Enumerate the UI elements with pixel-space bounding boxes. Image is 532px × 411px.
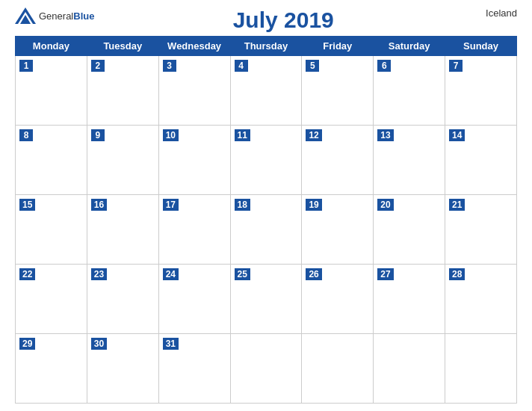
calendar-cell: 8 bbox=[16, 126, 87, 195]
calendar-cell: 29 bbox=[16, 334, 87, 404]
calendar-cell: 10 bbox=[158, 126, 230, 195]
calendar-cell: 25 bbox=[230, 265, 302, 334]
day-number: 31 bbox=[163, 338, 179, 350]
week-row-5: 293031 bbox=[16, 334, 517, 404]
day-number: 16 bbox=[91, 199, 107, 211]
calendar-cell: 19 bbox=[302, 195, 374, 265]
weekday-sunday: Sunday bbox=[445, 37, 517, 56]
day-number: 28 bbox=[449, 268, 465, 280]
calendar-title: July 2019 bbox=[94, 7, 472, 33]
calendar-cell: 31 bbox=[158, 334, 230, 404]
country-label: Iceland bbox=[472, 7, 517, 19]
weekday-tuesday: Tuesday bbox=[87, 37, 158, 56]
day-number: 13 bbox=[377, 129, 393, 141]
day-number: 14 bbox=[449, 129, 465, 141]
day-number: 23 bbox=[91, 268, 107, 280]
day-number: 21 bbox=[449, 199, 465, 211]
day-number: 24 bbox=[163, 268, 179, 280]
calendar-cell: 16 bbox=[87, 195, 158, 265]
weekday-monday: Monday bbox=[16, 37, 87, 56]
calendar-cell: 17 bbox=[158, 195, 230, 265]
calendar-cell: 13 bbox=[374, 126, 445, 195]
day-number: 4 bbox=[235, 60, 248, 72]
calendar-cell: 30 bbox=[87, 334, 158, 404]
calendar-cell: 22 bbox=[16, 265, 87, 334]
calendar-cell: 23 bbox=[87, 265, 158, 334]
calendar-cell: 3 bbox=[158, 56, 230, 126]
day-number: 11 bbox=[235, 129, 250, 141]
week-row-4: 22232425262728 bbox=[16, 265, 517, 334]
calendar-cell: 4 bbox=[230, 56, 302, 126]
calendar-cell: 15 bbox=[16, 195, 87, 265]
day-number: 1 bbox=[19, 60, 33, 72]
calendar-cell: 24 bbox=[158, 265, 230, 334]
calendar-cell: 28 bbox=[445, 265, 517, 334]
calendar-cell bbox=[445, 334, 517, 404]
calendar-cell: 2 bbox=[87, 56, 158, 126]
day-number: 26 bbox=[306, 268, 321, 280]
logo-icon bbox=[15, 7, 36, 24]
calendar-table: MondayTuesdayWednesdayThursdayFridaySatu… bbox=[15, 36, 517, 404]
week-row-2: 891011121314 bbox=[16, 126, 517, 195]
calendar-cell: 26 bbox=[302, 265, 374, 334]
weekday-header-row: MondayTuesdayWednesdayThursdayFridaySatu… bbox=[16, 37, 517, 56]
day-number: 5 bbox=[306, 60, 319, 72]
day-number: 3 bbox=[163, 60, 176, 72]
day-number: 10 bbox=[163, 129, 179, 141]
day-number: 19 bbox=[306, 199, 321, 211]
day-number: 27 bbox=[377, 268, 393, 280]
calendar-cell: 14 bbox=[445, 126, 517, 195]
day-number: 7 bbox=[449, 60, 463, 72]
day-number: 2 bbox=[91, 60, 105, 72]
logo-text: GeneralBlue bbox=[39, 9, 94, 22]
calendar-cell bbox=[302, 334, 374, 404]
weekday-saturday: Saturday bbox=[374, 37, 445, 56]
day-number: 30 bbox=[91, 338, 107, 350]
day-number: 15 bbox=[19, 199, 35, 211]
calendar-cell: 9 bbox=[87, 126, 158, 195]
calendar-header: GeneralBlue July 2019 Iceland bbox=[15, 7, 517, 33]
calendar-cell: 6 bbox=[374, 56, 445, 126]
calendar-cell: 7 bbox=[445, 56, 517, 126]
calendar-cell bbox=[230, 334, 302, 404]
calendar-cell: 27 bbox=[374, 265, 445, 334]
day-number: 22 bbox=[19, 268, 35, 280]
calendar-cell bbox=[374, 334, 445, 404]
day-number: 6 bbox=[377, 60, 391, 72]
day-number: 18 bbox=[235, 199, 250, 211]
calendar-cell: 20 bbox=[374, 195, 445, 265]
calendar-cell: 11 bbox=[230, 126, 302, 195]
weekday-thursday: Thursday bbox=[230, 37, 302, 56]
calendar-cell: 18 bbox=[230, 195, 302, 265]
day-number: 12 bbox=[306, 129, 321, 141]
calendar-cell: 5 bbox=[302, 56, 374, 126]
day-number: 29 bbox=[19, 338, 35, 350]
calendar-cell: 1 bbox=[16, 56, 87, 126]
day-number: 20 bbox=[377, 199, 393, 211]
day-number: 25 bbox=[235, 268, 250, 280]
day-number: 17 bbox=[163, 199, 179, 211]
week-row-1: 1234567 bbox=[16, 56, 517, 126]
day-number: 9 bbox=[91, 129, 105, 141]
week-row-3: 15161718192021 bbox=[16, 195, 517, 265]
weekday-friday: Friday bbox=[302, 37, 374, 56]
day-number: 8 bbox=[19, 129, 33, 141]
weekday-wednesday: Wednesday bbox=[158, 37, 230, 56]
logo: GeneralBlue bbox=[15, 7, 94, 24]
calendar-cell: 21 bbox=[445, 195, 517, 265]
calendar-cell: 12 bbox=[302, 126, 374, 195]
